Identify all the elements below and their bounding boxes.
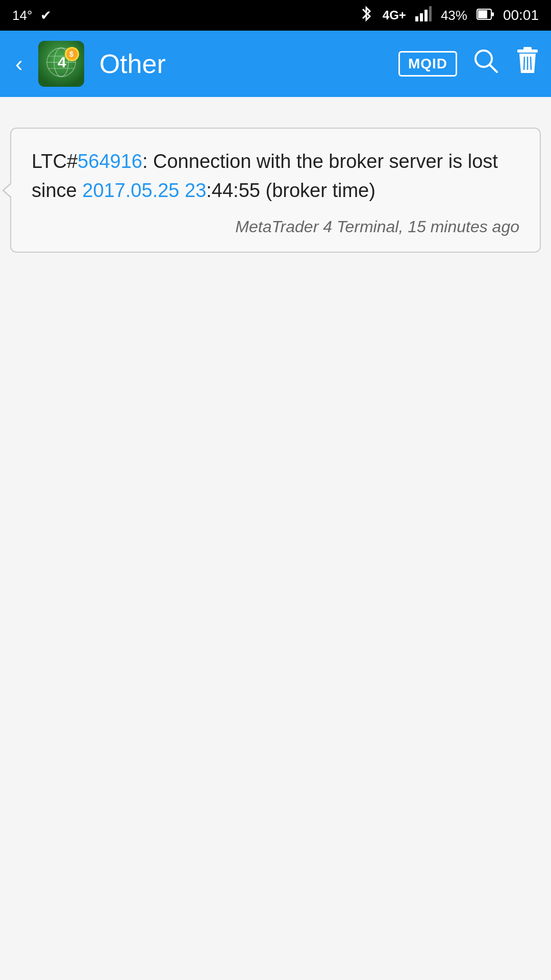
svg-rect-5	[478, 10, 487, 18]
svg-line-21	[524, 57, 524, 70]
message-footer: MetaTrader 4 Terminal, 15 minutes ago	[32, 217, 519, 236]
back-button[interactable]: ‹	[10, 46, 28, 82]
message-text-2: :44:55 (broker time)	[206, 180, 375, 201]
mqid-button[interactable]: MQID	[398, 51, 457, 77]
bluetooth-icon	[359, 5, 373, 26]
message-card: LTC#564916: Connection with the broker s…	[10, 128, 541, 253]
app-bar: ‹ 4 $ Other MQID	[0, 31, 551, 97]
svg-rect-0	[415, 16, 418, 21]
svg-rect-20	[523, 47, 532, 51]
app-bar-actions: MQID	[398, 46, 541, 81]
checkmark-icon: ✔	[40, 8, 52, 23]
ticket-link[interactable]: 564916	[78, 151, 142, 172]
clock: 00:01	[503, 7, 539, 23]
svg-rect-3	[429, 6, 432, 21]
page-title: Other	[99, 48, 388, 79]
search-button[interactable]	[472, 47, 499, 80]
svg-line-18	[490, 65, 497, 72]
battery-percentage: 43%	[441, 8, 467, 23]
temperature: 14°	[12, 8, 32, 23]
message-prefix: LTC#	[32, 151, 78, 172]
app-icon: 4 $	[38, 41, 84, 87]
signal-icon	[415, 6, 432, 25]
svg-rect-6	[492, 12, 494, 16]
svg-line-23	[531, 57, 531, 70]
delete-button[interactable]	[514, 46, 541, 81]
main-content: LTC#564916: Connection with the broker s…	[0, 97, 551, 980]
svg-rect-2	[424, 10, 428, 21]
status-left: 14° ✔	[12, 8, 52, 23]
svg-text:$: $	[69, 50, 73, 58]
status-right: 4G+ 43% 00:01	[359, 5, 539, 26]
status-bar: 14° ✔ 4G+ 43%	[0, 0, 551, 31]
message-body: LTC#564916: Connection with the broker s…	[32, 147, 519, 205]
svg-rect-1	[420, 13, 423, 21]
network-indicator: 4G+	[383, 8, 406, 22]
date-link[interactable]: 2017.05.25 23	[82, 180, 206, 201]
battery-icon	[477, 8, 494, 23]
svg-text:4: 4	[58, 54, 66, 70]
